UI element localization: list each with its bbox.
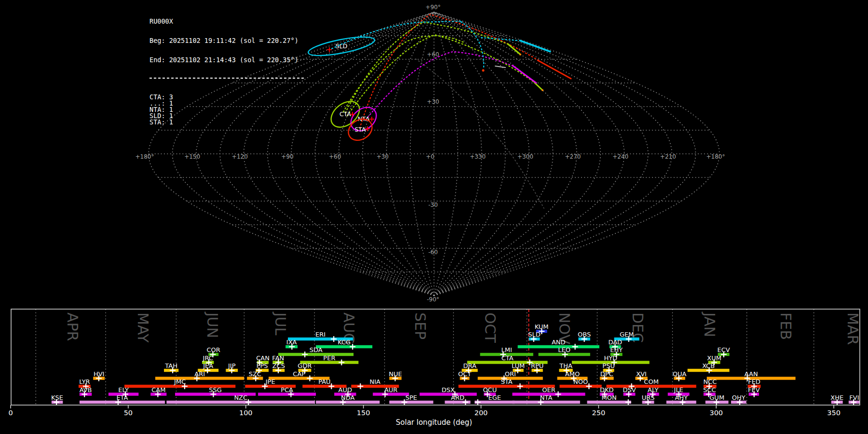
shower-label-pps: PPS [257,362,268,369]
shower-label-kse: KSE [51,394,63,401]
shower-label-hvi: HVI [94,370,105,378]
shower-label-xcb: XCB [702,362,715,369]
sporadic-meteor [495,66,505,68]
map-longitude-label: +60 [329,153,341,160]
shower-label-ohy: OHY [732,394,746,401]
shower-label-fev: FEV [748,386,760,393]
shower-label-xum: XUM [707,354,721,362]
map-longitude-label: +210 [660,153,676,160]
month-label-jun: JUN [204,312,221,338]
header-separator [149,78,305,79]
shower-label-aur: AUR [384,386,397,393]
x-tick-label: 300 [709,409,723,417]
map-longitude-label: +240 [612,153,628,160]
shower-label-cap: CAP [293,370,305,378]
shower-label-aly: ALY [648,386,658,393]
shower-label-dad: DAD [608,339,622,346]
shower-label-qua: QUA [673,370,687,378]
shower-label-dsv: DSV [623,386,636,393]
shower-label-ssg: SSG [209,386,222,393]
shower-label-ege: EGE [488,394,502,401]
map-longitude-label: +300 [517,153,533,160]
map-longitude-label: +0 [426,153,434,160]
map-longitude-label: +30 [377,153,389,160]
shower-label-kum: KUM [535,323,549,330]
shower-label-nda: NDA [341,394,355,401]
shower-label-cta: CTA [502,354,514,362]
shower-label-cor: COR [207,346,220,353]
radiant-label-sld: SLD [336,42,348,50]
x-tick-label: 50 [124,409,133,417]
nta-trail [366,52,513,120]
x-axis-title: Solar longitude (deg) [396,418,472,427]
shower-label-fvi: FVI [849,394,859,401]
shower-label-aan: AAN [745,370,758,378]
map-latitude-label: -60 [428,249,438,256]
x-tick-label: 350 [827,409,841,417]
map-longitude-label: +180° [706,153,725,160]
shower-label-xvi: XVI [636,370,647,378]
shower-label-zcs: ZCS [272,362,285,369]
month-label-jul: JUL [272,312,289,336]
shower-label-obs: OBS [578,331,591,338]
map-longitude-label: +120 [232,153,248,160]
sld-meteor [520,41,550,52]
map-latitude-label: +30 [427,98,439,105]
meteor-end-point [482,69,485,72]
month-label-mar: MAR [844,312,861,345]
shower-label-avb: AVB [80,386,92,393]
shower-label-oct: OCT [458,370,471,378]
shower-label-dsx: DSX [442,386,455,393]
shower-label-sda: SDA [310,346,323,353]
shower-label-ixa: IXA [286,339,297,346]
shower-label-pau: PAU [318,378,330,385]
shower-label-sta: STA [501,378,513,385]
map-latitude-label: -30 [428,202,438,208]
shower-label-dkd: DKD [600,386,614,393]
shower-label-and: AND [552,339,566,346]
meteor-observation-screen: +90°+60+30-30-60-90°+180°+150+120+90+60+… [0,0,868,434]
month-label-oct: OCT [482,312,499,343]
shower-label-xhe: XHE [830,394,843,401]
sta-trail [360,14,539,128]
shower-label-ehy: EHY [610,346,623,353]
shower-label-nta: NTA [540,394,553,401]
shower-label-jea: JEA [203,362,213,369]
shower-label-fed: FED [748,378,760,385]
map-meridian-line [434,12,577,296]
shower-label-gdr: GDR [298,362,312,369]
observation-header: RU000X Beg: 20251102 19:11:42 (sol = 220… [149,6,305,138]
shower-label-per: PER [323,354,335,362]
shower-label-tah: TAH [164,362,177,369]
shower-label-nia: NIA [370,378,381,385]
shower-label-lum: LUM [512,362,525,369]
shower-label-jmc: JMC [174,378,186,385]
shower-label-urs: URS [642,394,655,401]
shower-label-ard: ARD [451,394,464,401]
shower-label-dra: DRA [463,362,476,369]
meteor-end-point [519,54,521,55]
shower-label-cam: CAM [151,386,165,393]
shower-label-nue: NUE [389,370,402,378]
shower-label-oer: OER [542,386,555,393]
month-label-may: MAY [135,312,151,343]
shower-label-noo: NOO [573,378,588,385]
map-longitude-label: +90 [281,153,293,160]
shower-label-dpc: DPC [600,370,613,378]
shower-label-jip: JIP [228,362,236,369]
map-longitude-label: +270 [565,153,581,160]
shower-label-rpu: RPU [531,362,543,369]
month-label-feb: FEB [777,312,794,340]
shower-label-com: COM [644,378,659,385]
month-label-apr: APR [64,312,81,341]
shower-label-kcg: KCG [338,339,351,346]
shower-label-mon: MON [601,394,616,401]
shower-label-amo: AMO [565,370,580,378]
shower-label-ori: ORI [505,370,516,378]
shower-label-eta: ETA [116,394,128,401]
shower-label-spe: SPE [406,394,417,401]
shower-label-jpe: JPE [265,378,275,385]
shower-label-jle: JLE [674,386,683,393]
map-latitude-label: +60 [427,51,439,58]
sky-map-and-activity-chart: +90°+60+30-30-60-90°+180°+150+120+90+60+… [0,0,868,434]
